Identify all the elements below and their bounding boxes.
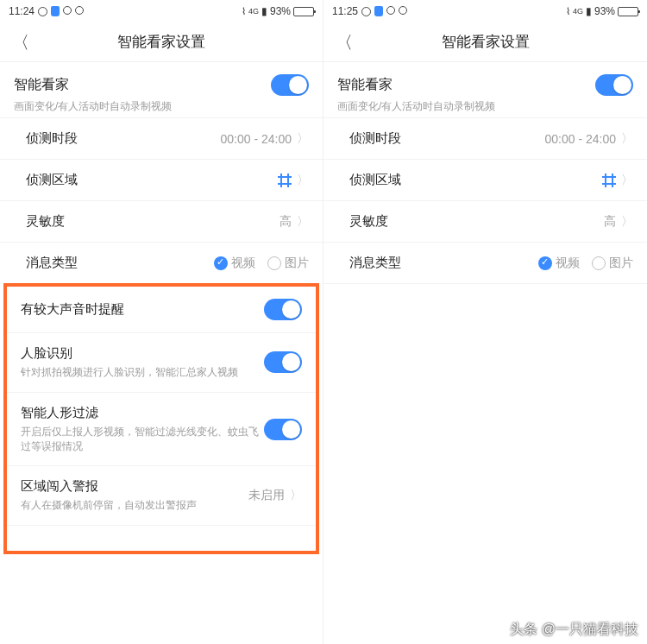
detection-period-row[interactable]: 侦测时段 00:00 - 24:00 〉 — [0, 117, 323, 159]
status-time: 11:25 — [332, 5, 358, 17]
smart-home-section: 智能看家 画面变化/有人活动时自动录制视频 — [0, 62, 323, 117]
detection-period-label: 侦测时段 — [26, 130, 78, 147]
location-icon — [399, 5, 407, 17]
radio-checked-icon — [538, 256, 552, 270]
back-button[interactable]: 〈 — [12, 30, 29, 54]
face-recognition-row: 人脸识别 针对抓拍视频进行人脸识别，智能汇总家人视频 — [7, 332, 316, 392]
empty-row — [7, 525, 316, 551]
sensitivity-row[interactable]: 灵敏度 高 〉 — [0, 200, 323, 242]
face-recognition-toggle[interactable] — [264, 351, 302, 373]
detection-area-label: 侦测区域 — [26, 172, 78, 188]
wifi-icon: ⌇ — [242, 6, 246, 17]
radio-unchecked-icon — [267, 256, 281, 270]
detection-area-row[interactable]: 侦测区域 〉 — [324, 159, 647, 200]
phone-right: 11:25 ⌇ 4G ▮ 93% 〈 智能看家设置 智能看家 — [324, 0, 647, 644]
intrusion-alarm-row[interactable]: 区域闯入警报 有人在摄像机前停留，自动发出警报声 未启用 〉 — [7, 465, 316, 525]
shield-icon — [374, 6, 383, 16]
human-filter-desc: 开启后仅上报人形视频，智能过滤光线变化、蚊虫飞过等误报情况 — [21, 425, 264, 454]
detection-period-label: 侦测时段 — [349, 130, 401, 147]
detection-area-row[interactable]: 侦测区域 〉 — [0, 159, 323, 200]
wifi-icon: ⌇ — [566, 6, 570, 17]
intrusion-alarm-value: 未启用 — [248, 488, 285, 503]
signal-icon: 4G — [248, 7, 259, 16]
radio-image[interactable]: 图片 — [592, 256, 633, 271]
message-type-row: 消息类型 视频 图片 — [0, 242, 323, 283]
detection-area-label: 侦测区域 — [349, 172, 401, 188]
signal-icon: 4G — [573, 7, 583, 16]
sensitivity-value: 高 — [280, 214, 292, 230]
face-recognition-label: 人脸识别 — [21, 345, 264, 362]
nav-bar: 〈 智能看家设置 — [0, 22, 323, 62]
page-title: 智能看家设置 — [442, 32, 530, 52]
location-icon — [75, 5, 84, 17]
message-type-row: 消息类型 视频 图片 — [324, 242, 647, 284]
battery-pct: 93% — [594, 5, 615, 17]
signal-bars-icon: ▮ — [261, 5, 267, 17]
radio-image[interactable]: 图片 — [267, 256, 309, 271]
status-bar: 11:24 ⌇ 4G ▮ 93% — [0, 0, 323, 22]
radio-unchecked-icon — [592, 256, 606, 270]
watermark: 头条 @一只猫看科技 — [510, 621, 638, 639]
phone-left: 11:24 ⌇ 4G ▮ 93% 〈 智能看家设置 智能看家 — [0, 0, 324, 644]
human-filter-row: 智能人形过滤 开启后仅上报人形视频，智能过滤光线变化、蚊虫飞过等误报情况 — [7, 392, 316, 466]
sensitivity-label: 灵敏度 — [349, 213, 388, 230]
human-filter-label: 智能人形过滤 — [21, 405, 264, 421]
detection-period-row[interactable]: 侦测时段 00:00 - 24:00 〉 — [324, 117, 647, 159]
crop-icon — [602, 174, 616, 187]
chevron-right-icon: 〉 — [290, 488, 302, 503]
smart-home-toggle[interactable] — [271, 74, 309, 96]
battery-pct: 93% — [270, 5, 291, 17]
radio-video[interactable]: 视频 — [538, 256, 580, 271]
message-type-label: 消息类型 — [349, 255, 401, 271]
intrusion-alarm-label: 区域闯入警报 — [21, 478, 248, 495]
message-type-label: 消息类型 — [26, 255, 78, 271]
sensitivity-row[interactable]: 灵敏度 高 〉 — [324, 200, 647, 242]
location-icon — [63, 5, 72, 17]
status-time: 11:24 — [9, 5, 35, 17]
nav-bar: 〈 智能看家设置 — [324, 22, 647, 62]
smart-home-label: 智能看家 — [14, 76, 69, 94]
detection-period-value: 00:00 - 24:00 — [544, 132, 616, 146]
chevron-right-icon: 〉 — [621, 173, 633, 188]
location-icon — [386, 5, 395, 17]
loud-sound-label: 有较大声音时提醒 — [21, 301, 124, 318]
battery-icon — [293, 7, 314, 16]
chevron-right-icon: 〉 — [297, 173, 309, 188]
smart-home-desc: 画面变化/有人活动时自动录制视频 — [14, 99, 309, 114]
radio-checked-icon — [214, 256, 228, 270]
chevron-right-icon: 〉 — [297, 214, 309, 230]
sensitivity-value: 高 — [604, 214, 616, 230]
radio-video[interactable]: 视频 — [214, 256, 255, 271]
battery-icon — [618, 7, 638, 16]
alarm-icon — [38, 7, 47, 16]
smart-home-label: 智能看家 — [337, 76, 393, 94]
detection-period-value: 00:00 - 24:00 — [220, 132, 292, 146]
intrusion-alarm-desc: 有人在摄像机前停留，自动发出警报声 — [21, 498, 248, 513]
chevron-right-icon: 〉 — [621, 131, 633, 147]
smart-home-section: 智能看家 画面变化/有人活动时自动录制视频 — [324, 62, 647, 117]
loud-sound-toggle[interactable] — [264, 299, 302, 320]
human-filter-toggle[interactable] — [264, 419, 302, 440]
chevron-right-icon: 〉 — [297, 131, 309, 147]
signal-bars-icon: ▮ — [586, 5, 592, 17]
status-bar: 11:25 ⌇ 4G ▮ 93% — [324, 0, 647, 22]
highlighted-section: 有较大声音时提醒 人脸识别 针对抓拍视频进行人脸识别，智能汇总家人视频 智能人形… — [3, 283, 319, 554]
alarm-icon — [361, 7, 371, 16]
shield-icon — [51, 6, 60, 16]
face-recognition-desc: 针对抓拍视频进行人脸识别，智能汇总家人视频 — [21, 365, 264, 380]
smart-home-toggle[interactable] — [595, 74, 633, 96]
crop-icon — [278, 174, 292, 187]
smart-home-desc: 画面变化/有人活动时自动录制视频 — [337, 99, 633, 114]
sensitivity-label: 灵敏度 — [26, 213, 65, 230]
page-title: 智能看家设置 — [117, 32, 205, 52]
chevron-right-icon: 〉 — [621, 214, 633, 230]
loud-sound-alert-row: 有较大声音时提醒 — [7, 287, 316, 332]
back-button[interactable]: 〈 — [336, 30, 353, 54]
